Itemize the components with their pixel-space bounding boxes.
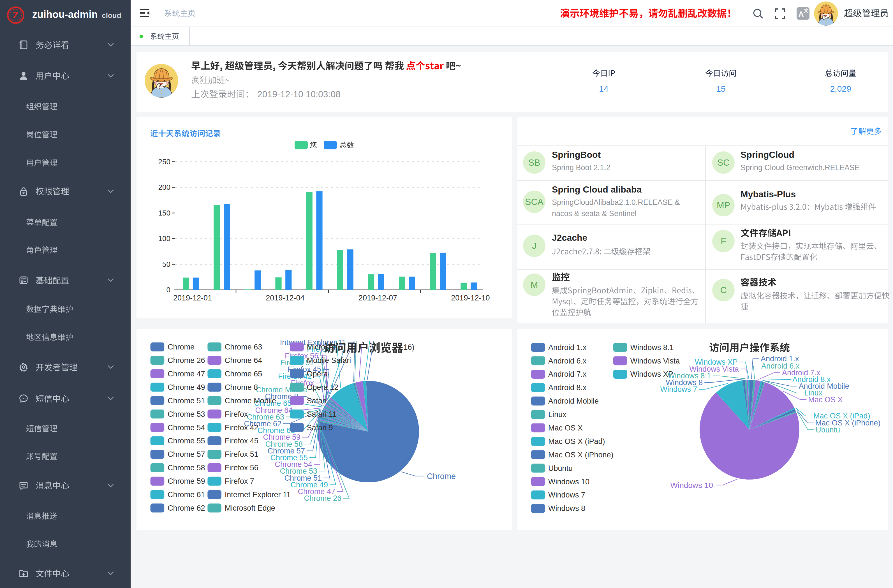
svg-text:Android 1.x: Android 1.x (548, 343, 587, 352)
svg-text:Mac OS X: Mac OS X (548, 424, 583, 432)
svg-text:Chrome 61: Chrome 61 (168, 490, 205, 499)
svg-text:Mac OS X (iPhone): Mac OS X (iPhone) (548, 451, 613, 459)
svg-text:Ubuntu: Ubuntu (816, 426, 840, 434)
svg-text:Z: Z (13, 10, 18, 20)
svg-text:Windows 8.1: Windows 8.1 (630, 343, 674, 352)
svg-text:Chrome 57: Chrome 57 (168, 450, 205, 459)
svg-text:Windows Vista: Windows Vista (630, 357, 680, 365)
svg-text:Android Mobile: Android Mobile (548, 397, 599, 405)
svg-text:Chrome 8: Chrome 8 (225, 383, 258, 391)
svg-text:Chrome: Chrome (168, 343, 194, 351)
svg-text:Chrome 47: Chrome 47 (168, 370, 205, 378)
svg-text:Safari 9: Safari 9 (307, 424, 333, 432)
svg-text:Windows 7: Windows 7 (548, 491, 585, 499)
svg-text:Android 7.x: Android 7.x (548, 370, 587, 378)
svg-text:Chrome 49: Chrome 49 (168, 383, 205, 391)
svg-text:Android 8.x: Android 8.x (548, 383, 587, 392)
svg-text:Firefox 45: Firefox 45 (225, 437, 259, 445)
svg-text:Opera 12: Opera 12 (307, 383, 338, 391)
svg-text:0: 0 (167, 286, 170, 294)
svg-text:Chrome 26: Chrome 26 (168, 356, 205, 365)
svg-text:Chrome 59: Chrome 59 (168, 477, 205, 486)
svg-text:A: A (798, 10, 804, 18)
svg-text:Chrome 26: Chrome 26 (304, 494, 341, 502)
svg-text:Opera: Opera (307, 370, 328, 378)
svg-text:Windows XP: Windows XP (630, 370, 673, 378)
svg-text:Windows 8: Windows 8 (548, 504, 585, 513)
svg-text:16): 16) (403, 343, 414, 352)
svg-text:Chrome 51: Chrome 51 (168, 397, 205, 405)
svg-text:Windows 7: Windows 7 (660, 385, 698, 394)
svg-text:Chrome 62: Chrome 62 (168, 504, 205, 512)
svg-text:2019-12-04: 2019-12-04 (266, 294, 304, 302)
svg-text:Windows 10: Windows 10 (548, 478, 589, 486)
svg-text:Chrome 55: Chrome 55 (168, 437, 205, 445)
svg-text:Mac OS X (iPad): Mac OS X (iPad) (548, 437, 605, 446)
svg-text:Microsoft Edge: Microsoft Edge (225, 504, 275, 512)
svg-text:Internet Explorer 11: Internet Explorer 11 (225, 490, 291, 499)
svg-text:Chrome 54: Chrome 54 (168, 424, 205, 432)
svg-text:Chrome 64: Chrome 64 (225, 356, 262, 365)
svg-text:Chrome 53: Chrome 53 (168, 410, 205, 418)
svg-text:Chrome 58: Chrome 58 (168, 463, 205, 472)
svg-text:Firefox 51: Firefox 51 (225, 450, 259, 459)
svg-text:Android 6.x: Android 6.x (548, 357, 587, 365)
svg-text:Safari 11: Safari 11 (307, 410, 337, 418)
svg-text:2019-12-01: 2019-12-01 (173, 294, 212, 302)
svg-text:2019-12-10: 2019-12-10 (451, 294, 490, 302)
svg-text:200: 200 (158, 183, 170, 191)
svg-text:100: 100 (158, 234, 170, 243)
svg-text:Mobile Safari: Mobile Safari (307, 356, 351, 365)
svg-text:150: 150 (158, 209, 170, 217)
svg-text:250: 250 (158, 158, 170, 166)
svg-text:Chrome Mobile: Chrome Mobile (225, 397, 276, 405)
svg-text:Firefox: Firefox (225, 410, 248, 418)
svg-text:Firefox 7: Firefox 7 (225, 477, 254, 486)
svg-text:50: 50 (162, 260, 170, 269)
svg-text:Firefox 42: Firefox 42 (225, 424, 259, 432)
svg-text:Firefox 56: Firefox 56 (225, 463, 259, 472)
svg-text:2019-12-07: 2019-12-07 (358, 294, 397, 302)
svg-text:Ubuntu: Ubuntu (548, 464, 573, 472)
svg-text:Windows 10: Windows 10 (670, 481, 713, 490)
svg-text:Safari: Safari (307, 397, 327, 405)
svg-text:Mac OS X: Mac OS X (808, 396, 843, 404)
svg-text:Linux: Linux (548, 410, 567, 419)
svg-text:Chrome: Chrome (427, 472, 456, 481)
svg-text:Chrome 65: Chrome 65 (225, 370, 262, 378)
svg-text:Chrome 63: Chrome 63 (225, 343, 262, 351)
